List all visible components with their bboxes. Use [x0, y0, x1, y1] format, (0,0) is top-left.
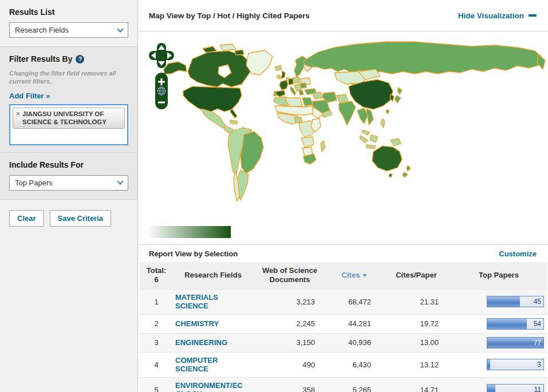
results-list-title: Results List: [9, 7, 128, 17]
rank-cell: 4: [140, 352, 173, 377]
include-results-section: Include Results For Top Papers: [0, 153, 137, 200]
syria-iraq[interactable]: [313, 92, 323, 99]
country-romania[interactable]: [300, 83, 306, 88]
filter-section: Filter Results By ? Changing the filter …: [0, 47, 137, 153]
indonesia-sumatra[interactable]: [360, 136, 368, 143]
angola-zambia[interactable]: [301, 137, 314, 147]
report-title: Report View by Selection: [149, 250, 238, 258]
field-link[interactable]: ENGINEERING: [175, 338, 227, 347]
field-link[interactable]: ENVIRONMENT/ECOLOGY: [175, 381, 243, 392]
myanmar-thailand[interactable]: [357, 108, 368, 124]
top-papers-bar: 77: [487, 337, 544, 349]
hide-visualization-link[interactable]: Hide Visualization: [458, 11, 537, 20]
new-zealand-south[interactable]: [403, 172, 408, 177]
country-iceland[interactable]: [275, 65, 282, 70]
remove-filter-icon[interactable]: ×: [16, 110, 20, 118]
country-mexico[interactable]: [202, 109, 227, 129]
map-header: Map View by Top / Hot / Highly Cited Pap…: [139, 0, 548, 31]
arctic-island: [220, 44, 236, 51]
filter-input-box[interactable]: × JIANGSU UNIVERSITY OF SCIENCE & TECHNO…: [9, 104, 128, 145]
table-header-row: Total: 6 Research Fields Web of Science …: [140, 262, 547, 289]
country-malaysia[interactable]: [362, 130, 370, 135]
column-header-top-papers[interactable]: Top Papers: [450, 262, 547, 289]
minus-icon: [529, 14, 537, 17]
country-taiwan[interactable]: [386, 109, 389, 114]
map-controls: [149, 43, 174, 113]
rank-cell: 3: [140, 333, 173, 352]
rank-cell: 5: [140, 377, 173, 392]
country-cuba[interactable]: [230, 120, 238, 124]
japan-north[interactable]: [397, 88, 402, 94]
new-guinea[interactable]: [391, 138, 401, 146]
column-header-wos-documents[interactable]: Web of Science Documents: [253, 262, 326, 289]
table-row: 2 CHEMISTRY 2,245 44,281 19.72 54: [140, 314, 547, 333]
docs-cell: 358: [253, 377, 326, 392]
country-poland[interactable]: [293, 77, 299, 83]
indonesia-borneo[interactable]: [370, 134, 378, 142]
cites-per-paper-cell: 13.00: [383, 333, 450, 352]
results-list-dropdown-value: Research Fields: [15, 26, 69, 34]
sidebar-buttons: Clear Save Criteria: [0, 200, 137, 235]
top-papers-bar: 45: [487, 296, 544, 307]
country-nigeria[interactable]: [294, 117, 302, 123]
country-philippines[interactable]: [381, 118, 385, 128]
results-list-dropdown[interactable]: Research Fields: [9, 22, 128, 38]
chevron-down-icon: [117, 26, 123, 32]
results-list-section: Results List Research Fields: [0, 0, 137, 47]
help-icon[interactable]: ?: [76, 55, 84, 64]
country-australia[interactable]: [372, 146, 402, 171]
column-header-cites[interactable]: Cites: [326, 262, 383, 289]
country-china[interactable]: [349, 80, 393, 109]
new-zealand-north[interactable]: [407, 165, 411, 171]
add-filter-link[interactable]: Add Filter »: [9, 92, 50, 100]
tasmania: [389, 174, 392, 177]
country-japan[interactable]: [395, 96, 401, 103]
column-header-cites-per-paper[interactable]: Cites/Paper: [383, 262, 450, 289]
customize-link[interactable]: Customize: [499, 250, 537, 258]
cites-cell: 68,472: [326, 289, 383, 314]
report-table: Total: 6 Research Fields Web of Science …: [140, 262, 547, 392]
country-uk[interactable]: [281, 71, 285, 79]
filter-tag-label: JIANGSU UNIVERSITY OF SCIENCE & TECHNOLO…: [22, 110, 121, 126]
column-header-research-fields[interactable]: Research Fields: [173, 262, 253, 289]
country-brazil[interactable]: [241, 132, 263, 173]
map-title: Map View by Top / Hot / Highly Cited Pap…: [149, 11, 310, 20]
cites-cell: 5,265: [326, 377, 383, 392]
field-link[interactable]: MATERIALS SCIENCE: [175, 293, 243, 311]
country-india[interactable]: [339, 101, 356, 125]
country-south-africa[interactable]: [303, 154, 316, 164]
world-map[interactable]: [163, 34, 546, 211]
docs-cell: 3,150: [253, 333, 326, 352]
country-france[interactable]: [279, 80, 288, 90]
country-spain[interactable]: [276, 90, 285, 97]
main-panel: Map View by Top / Hot / Highly Cited Pap…: [139, 0, 548, 392]
include-results-dropdown[interactable]: Top Papers: [9, 175, 128, 191]
table-row: 3 ENGINEERING 3,150 40,936 13.00 77: [140, 333, 547, 352]
indonesia-java[interactable]: [366, 145, 376, 149]
country-egypt[interactable]: [302, 98, 313, 106]
field-link[interactable]: COMPUTER SCIENCE: [175, 356, 243, 374]
clear-button[interactable]: Clear: [9, 210, 44, 227]
cites-cell: 44,281: [326, 314, 383, 333]
vietnam-laos[interactable]: [366, 109, 373, 125]
country-portugal[interactable]: [274, 92, 276, 96]
cites-per-paper-cell: 21.31: [383, 289, 450, 314]
table-row: 4 COMPUTER SCIENCE 490 6,430 13.12 3: [140, 352, 547, 377]
table-row: 5 ENVIRONMENT/ECOLOGY 358 5,265 14.71 11: [140, 377, 547, 392]
country-usa[interactable]: [183, 86, 242, 113]
save-criteria-button[interactable]: Save Criteria: [50, 210, 112, 227]
cites-per-paper-cell: 19.72: [383, 314, 450, 333]
country-germany[interactable]: [289, 78, 293, 85]
cites-per-paper-cell: 14.71: [383, 377, 450, 392]
sidebar: Results List Research Fields Filter Resu…: [0, 0, 138, 392]
country-russia[interactable]: [303, 42, 542, 74]
usa-florida: [230, 109, 237, 118]
country-greenland[interactable]: [246, 50, 273, 75]
country-madagascar[interactable]: [321, 141, 325, 152]
map-legend-gradient: [148, 226, 231, 238]
top-papers-bar: 3: [487, 359, 544, 370]
country-ireland[interactable]: [277, 75, 281, 79]
docs-cell: 490: [253, 352, 326, 377]
country-greece[interactable]: [299, 90, 303, 95]
field-link[interactable]: CHEMISTRY: [175, 319, 219, 328]
